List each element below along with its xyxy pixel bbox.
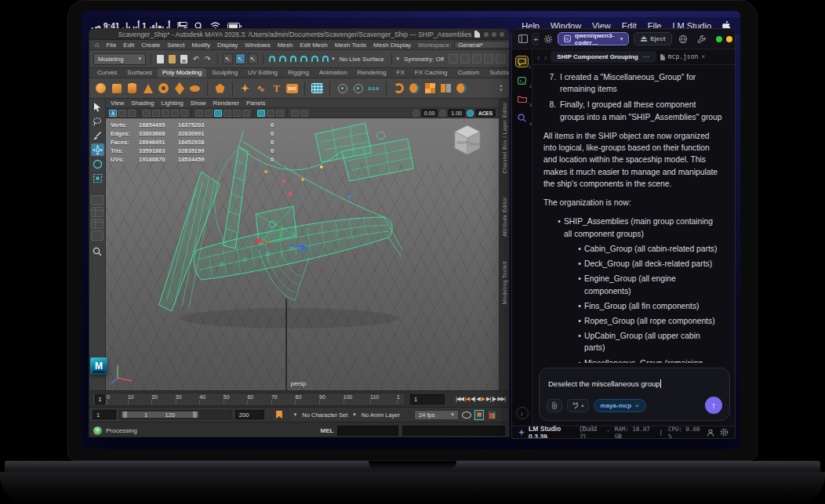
developer-wrench-icon[interactable] — [696, 33, 708, 45]
persp-outliner-layout-button[interactable] — [91, 219, 104, 229]
animation-start-field[interactable]: 1 — [93, 410, 116, 419]
textured-mode-icon[interactable] — [214, 110, 222, 117]
maya-menu-item[interactable]: Create — [141, 42, 160, 49]
viewport-menu-item[interactable]: Lighting — [162, 100, 184, 107]
bookmark-flag-icon[interactable] — [276, 411, 282, 419]
scale-tool-icon[interactable] — [91, 172, 104, 184]
send-button[interactable]: ↑ — [705, 397, 722, 414]
maya-window-controls[interactable] — [484, 32, 504, 37]
viewport-toolbar-icon[interactable] — [128, 110, 136, 117]
image-plane-icon[interactable] — [180, 110, 188, 117]
playback-button[interactable]: |▶ — [492, 396, 496, 402]
shelf-tab[interactable]: Sculpting — [207, 68, 242, 78]
nav-forward-chevron[interactable]: › — [544, 53, 547, 61]
playback-button[interactable]: |◀◀ — [456, 396, 463, 402]
ik-handle-icon[interactable] — [352, 82, 364, 94]
poly-disc-icon[interactable] — [189, 82, 201, 94]
mirror-icon[interactable] — [440, 82, 452, 94]
poly-plane-icon[interactable] — [173, 82, 185, 94]
sweep-mesh-icon[interactable] — [239, 82, 251, 94]
viewport-menu-item[interactable]: Renderer — [213, 100, 239, 107]
shelf-tab[interactable]: FX Caching — [410, 68, 452, 78]
remesh-grid-icon[interactable] — [311, 82, 323, 94]
playback-button[interactable]: ▶| — [486, 396, 490, 402]
select-camera-icon[interactable] — [143, 110, 151, 117]
shelf-tab[interactable]: Rigging — [283, 68, 314, 78]
viewport-menu-item[interactable]: Panels — [246, 100, 265, 107]
chat-input-box[interactable]: Deselect the miscellaneous group ▴ maya-… — [539, 368, 730, 421]
mel-command-input[interactable] — [337, 426, 398, 436]
combine-icon[interactable] — [456, 82, 467, 94]
gate-mask-icon[interactable] — [300, 110, 308, 117]
settings-gear-icon[interactable] — [720, 428, 729, 437]
app-version[interactable]: LM Studio 0.3.39 — [529, 425, 576, 440]
move-tool-icon[interactable] — [91, 143, 104, 156]
sidebar-vertical-tab[interactable]: Attribute Editor — [502, 197, 507, 237]
exposure-icon[interactable] — [412, 110, 420, 117]
viewport-canvas[interactable]: Verts:16854495163752030 Edges:3380366832… — [106, 118, 499, 390]
tool-settings-toggle-icon[interactable] — [484, 54, 493, 63]
shelf-tab[interactable]: Curves — [93, 68, 122, 78]
shelf-scroll-arrows[interactable]: ▲▼ — [499, 84, 503, 92]
humanik-toggle-icon[interactable] — [460, 54, 470, 63]
poly-torus-icon[interactable] — [158, 82, 169, 94]
maya-app-icon[interactable]: M — [90, 357, 107, 375]
shadows-toggle-icon[interactable] — [233, 110, 241, 117]
close-tab-icon[interactable]: × — [701, 53, 705, 60]
select-by-object-icon[interactable]: ↖ — [235, 53, 245, 64]
single-pane-layout-button[interactable] — [91, 195, 104, 205]
menu-set-dropdown[interactable]: Modeling▾ — [93, 53, 146, 65]
shaded-mode-icon[interactable] — [205, 110, 213, 117]
type-tool-icon[interactable]: T — [271, 82, 282, 94]
undo-icon[interactable]: ↶ — [191, 53, 201, 64]
curve-tool-icon[interactable]: ∿ — [255, 82, 267, 94]
multi-cut-icon[interactable] — [424, 82, 436, 94]
screen-space-ao-icon[interactable] — [242, 110, 250, 117]
bookmark-icon[interactable] — [171, 110, 179, 117]
maya-menu-item[interactable]: Mesh Tools — [335, 42, 366, 49]
nav-back-chevron[interactable]: ‹ — [537, 53, 540, 61]
current-frame-marker[interactable]: 1 — [95, 394, 105, 404]
chat-input-value[interactable]: Deselect the miscellaneous group — [548, 379, 660, 388]
maya-titlebar[interactable]: Scavenger_Ship* - Autodesk MAYA 2026.3: … — [89, 29, 509, 40]
four-pane-layout-button[interactable] — [91, 207, 104, 217]
attach-file-button[interactable] — [547, 399, 562, 412]
mcp-json-tab[interactable]: mcp.json × — [660, 53, 705, 60]
gamma-field[interactable]: 1.00 — [448, 109, 465, 117]
isolate-select-icon[interactable] — [267, 110, 274, 117]
snap-to-grid-icon[interactable] — [269, 56, 276, 63]
shelf-tab[interactable]: Animation — [314, 68, 352, 78]
command-feedback-field[interactable] — [402, 426, 505, 436]
xray-toggle-icon[interactable] — [257, 110, 265, 117]
maya-menu-item[interactable]: Mesh Display — [373, 42, 411, 49]
mel-label[interactable]: MEL — [321, 427, 334, 434]
maya-menu-item[interactable]: File — [106, 42, 116, 49]
developer-nav-icon[interactable]: 2 — [515, 74, 529, 86]
new-chat-button[interactable]: + — [532, 33, 539, 45]
colorspace-badge[interactable]: ACES — [475, 109, 496, 117]
shelf-tab[interactable]: Substance — [485, 68, 509, 78]
wireframe-mode-icon[interactable] — [195, 110, 203, 117]
playback-button[interactable]: ◀| — [471, 396, 474, 402]
zoom-tool-icon[interactable] — [91, 245, 104, 258]
viewport-renderer-icon[interactable]: A — [109, 110, 117, 117]
shelf-tab[interactable]: UV Editing — [243, 68, 282, 78]
user-account-icon[interactable] — [707, 429, 714, 437]
poly-cube-icon[interactable] — [111, 82, 122, 94]
toggle-panel-icon[interactable] — [518, 33, 528, 45]
redo-icon[interactable]: ↷ — [203, 53, 213, 64]
integrations-plug-button[interactable]: ▴ — [567, 399, 589, 412]
select-by-component-icon[interactable]: ↖ — [248, 53, 258, 64]
paint-select-tool-icon[interactable] — [91, 129, 104, 142]
help-status-icon[interactable]: ? — [93, 426, 102, 435]
lock-camera-icon[interactable] — [152, 110, 160, 117]
svg-tool-icon[interactable]: SVG — [286, 82, 298, 94]
viewport-toolbar-icon[interactable] — [118, 110, 126, 117]
viewport-menu-item[interactable]: Shading — [131, 100, 154, 107]
snap-to-curve-icon[interactable] — [279, 56, 286, 63]
maya-menu-item[interactable]: Edit — [123, 42, 134, 49]
quad-draw-icon[interactable] — [393, 82, 405, 94]
lighting-toggle-icon[interactable] — [224, 110, 231, 117]
origin-coords-icon[interactable]: 0.0.0 — [368, 82, 380, 94]
tab-more-icon[interactable]: ⋯ — [643, 53, 650, 60]
